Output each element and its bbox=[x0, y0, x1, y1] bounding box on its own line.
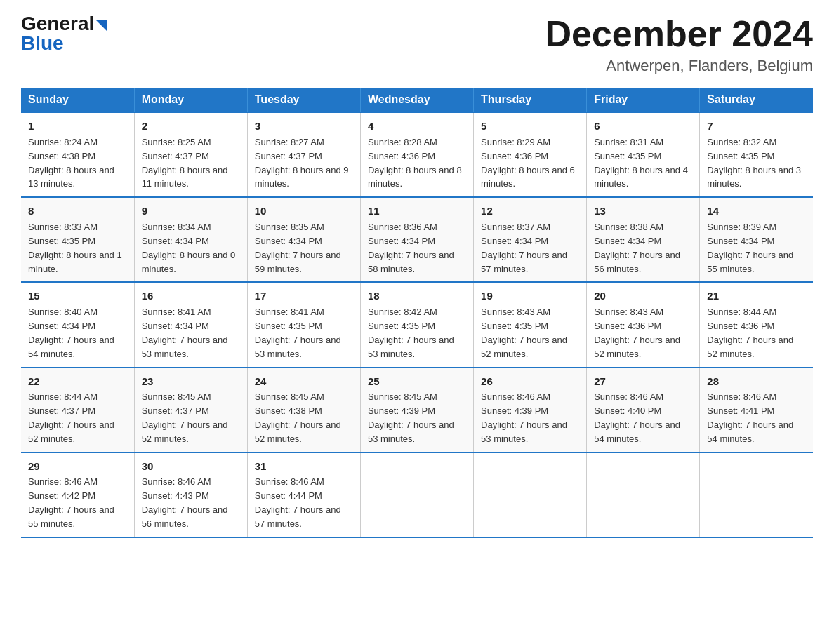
day-info: Sunrise: 8:34 AMSunset: 4:34 PMDaylight:… bbox=[142, 222, 236, 274]
day-info: Sunrise: 8:39 AMSunset: 4:34 PMDaylight:… bbox=[707, 222, 793, 274]
calendar-cell: 2 Sunrise: 8:25 AMSunset: 4:37 PMDayligh… bbox=[134, 112, 247, 197]
day-number: 23 bbox=[142, 374, 240, 389]
day-number: 17 bbox=[255, 288, 353, 304]
calendar-week-5: 29 Sunrise: 8:46 AMSunset: 4:42 PMDaylig… bbox=[21, 452, 813, 537]
calendar-cell: 14 Sunrise: 8:39 AMSunset: 4:34 PMDaylig… bbox=[700, 197, 813, 282]
day-number: 24 bbox=[255, 374, 353, 389]
day-number: 14 bbox=[707, 203, 806, 219]
col-tuesday: Tuesday bbox=[247, 88, 360, 112]
logo-blue-text: Blue bbox=[21, 34, 64, 53]
day-number: 18 bbox=[368, 288, 466, 304]
day-info: Sunrise: 8:45 AMSunset: 4:39 PMDaylight:… bbox=[368, 391, 454, 444]
day-number: 30 bbox=[142, 459, 240, 474]
day-number: 9 bbox=[142, 203, 240, 219]
day-info: Sunrise: 8:29 AMSunset: 4:36 PMDaylight:… bbox=[481, 137, 575, 189]
day-number: 31 bbox=[255, 459, 353, 474]
col-friday: Friday bbox=[587, 88, 700, 112]
day-number: 15 bbox=[28, 288, 127, 304]
col-saturday: Saturday bbox=[700, 88, 813, 112]
calendar-cell: 8 Sunrise: 8:33 AMSunset: 4:35 PMDayligh… bbox=[21, 197, 134, 282]
day-info: Sunrise: 8:25 AMSunset: 4:37 PMDaylight:… bbox=[142, 137, 228, 189]
logo-arrow-icon bbox=[95, 20, 107, 31]
day-number: 8 bbox=[28, 203, 127, 219]
day-number: 25 bbox=[368, 374, 466, 389]
day-info: Sunrise: 8:46 AMSunset: 4:39 PMDaylight:… bbox=[481, 391, 567, 444]
day-info: Sunrise: 8:31 AMSunset: 4:35 PMDaylight:… bbox=[594, 137, 688, 189]
day-info: Sunrise: 8:44 AMSunset: 4:36 PMDaylight:… bbox=[707, 307, 793, 359]
calendar-cell: 4 Sunrise: 8:28 AMSunset: 4:36 PMDayligh… bbox=[360, 112, 473, 197]
calendar-cell: 27 Sunrise: 8:46 AMSunset: 4:40 PMDaylig… bbox=[587, 368, 700, 452]
calendar-body: 1 Sunrise: 8:24 AMSunset: 4:38 PMDayligh… bbox=[21, 112, 813, 537]
calendar-cell: 12 Sunrise: 8:37 AMSunset: 4:34 PMDaylig… bbox=[474, 197, 587, 282]
day-number: 1 bbox=[28, 119, 127, 134]
calendar-cell: 26 Sunrise: 8:46 AMSunset: 4:39 PMDaylig… bbox=[474, 368, 587, 452]
calendar-cell: 11 Sunrise: 8:36 AMSunset: 4:34 PMDaylig… bbox=[360, 197, 473, 282]
day-number: 13 bbox=[594, 203, 692, 219]
day-info: Sunrise: 8:32 AMSunset: 4:35 PMDaylight:… bbox=[707, 137, 801, 189]
calendar-cell bbox=[587, 452, 700, 537]
calendar-cell bbox=[474, 452, 587, 537]
calendar-week-1: 1 Sunrise: 8:24 AMSunset: 4:38 PMDayligh… bbox=[21, 112, 813, 197]
day-info: Sunrise: 8:27 AMSunset: 4:37 PMDaylight:… bbox=[255, 137, 349, 189]
col-wednesday: Wednesday bbox=[360, 88, 473, 112]
col-thursday: Thursday bbox=[474, 88, 587, 112]
calendar-cell: 17 Sunrise: 8:41 AMSunset: 4:35 PMDaylig… bbox=[247, 282, 360, 367]
calendar-header: Sunday Monday Tuesday Wednesday Thursday… bbox=[21, 88, 813, 112]
day-number: 22 bbox=[28, 374, 127, 389]
calendar-cell bbox=[360, 452, 473, 537]
day-number: 16 bbox=[142, 288, 240, 304]
day-info: Sunrise: 8:45 AMSunset: 4:37 PMDaylight:… bbox=[142, 391, 228, 444]
calendar-cell: 22 Sunrise: 8:44 AMSunset: 4:37 PMDaylig… bbox=[21, 368, 134, 452]
day-number: 5 bbox=[481, 119, 579, 134]
calendar-cell: 15 Sunrise: 8:40 AMSunset: 4:34 PMDaylig… bbox=[21, 282, 134, 367]
day-info: Sunrise: 8:46 AMSunset: 4:43 PMDaylight:… bbox=[142, 476, 228, 529]
day-number: 7 bbox=[707, 119, 806, 134]
calendar-cell: 23 Sunrise: 8:45 AMSunset: 4:37 PMDaylig… bbox=[134, 368, 247, 452]
day-number: 2 bbox=[142, 119, 240, 134]
day-info: Sunrise: 8:41 AMSunset: 4:34 PMDaylight:… bbox=[142, 307, 228, 359]
calendar-cell: 5 Sunrise: 8:29 AMSunset: 4:36 PMDayligh… bbox=[474, 112, 587, 197]
day-number: 3 bbox=[255, 119, 353, 134]
calendar-cell: 20 Sunrise: 8:43 AMSunset: 4:36 PMDaylig… bbox=[587, 282, 700, 367]
day-info: Sunrise: 8:46 AMSunset: 4:44 PMDaylight:… bbox=[255, 476, 341, 529]
calendar-cell: 29 Sunrise: 8:46 AMSunset: 4:42 PMDaylig… bbox=[21, 452, 134, 537]
page-header: General Blue December 2024 Antwerpen, Fl… bbox=[21, 14, 813, 75]
day-number: 10 bbox=[255, 203, 353, 219]
day-number: 29 bbox=[28, 459, 127, 474]
calendar-cell: 9 Sunrise: 8:34 AMSunset: 4:34 PMDayligh… bbox=[134, 197, 247, 282]
day-info: Sunrise: 8:43 AMSunset: 4:36 PMDaylight:… bbox=[594, 307, 680, 359]
day-number: 19 bbox=[481, 288, 579, 304]
calendar-cell: 31 Sunrise: 8:46 AMSunset: 4:44 PMDaylig… bbox=[247, 452, 360, 537]
calendar-cell: 3 Sunrise: 8:27 AMSunset: 4:37 PMDayligh… bbox=[247, 112, 360, 197]
day-number: 28 bbox=[707, 374, 806, 389]
day-info: Sunrise: 8:45 AMSunset: 4:38 PMDaylight:… bbox=[255, 391, 341, 444]
day-info: Sunrise: 8:43 AMSunset: 4:35 PMDaylight:… bbox=[481, 307, 567, 359]
day-info: Sunrise: 8:35 AMSunset: 4:34 PMDaylight:… bbox=[255, 222, 341, 274]
calendar-cell: 19 Sunrise: 8:43 AMSunset: 4:35 PMDaylig… bbox=[474, 282, 587, 367]
calendar-cell: 13 Sunrise: 8:38 AMSunset: 4:34 PMDaylig… bbox=[587, 197, 700, 282]
calendar-table: Sunday Monday Tuesday Wednesday Thursday… bbox=[21, 88, 813, 538]
day-info: Sunrise: 8:28 AMSunset: 4:36 PMDaylight:… bbox=[368, 137, 462, 189]
day-number: 27 bbox=[594, 374, 692, 389]
day-number: 20 bbox=[594, 288, 692, 304]
col-sunday: Sunday bbox=[21, 88, 134, 112]
calendar-week-3: 15 Sunrise: 8:40 AMSunset: 4:34 PMDaylig… bbox=[21, 282, 813, 367]
day-number: 12 bbox=[481, 203, 579, 219]
calendar-cell: 16 Sunrise: 8:41 AMSunset: 4:34 PMDaylig… bbox=[134, 282, 247, 367]
day-number: 4 bbox=[368, 119, 466, 134]
day-info: Sunrise: 8:46 AMSunset: 4:40 PMDaylight:… bbox=[594, 391, 680, 444]
day-number: 11 bbox=[368, 203, 466, 219]
day-info: Sunrise: 8:46 AMSunset: 4:42 PMDaylight:… bbox=[28, 476, 114, 529]
month-title: December 2024 bbox=[545, 14, 813, 54]
calendar-cell: 30 Sunrise: 8:46 AMSunset: 4:43 PMDaylig… bbox=[134, 452, 247, 537]
day-info: Sunrise: 8:44 AMSunset: 4:37 PMDaylight:… bbox=[28, 391, 114, 444]
calendar-week-2: 8 Sunrise: 8:33 AMSunset: 4:35 PMDayligh… bbox=[21, 197, 813, 282]
day-info: Sunrise: 8:40 AMSunset: 4:34 PMDaylight:… bbox=[28, 307, 114, 359]
calendar-cell: 10 Sunrise: 8:35 AMSunset: 4:34 PMDaylig… bbox=[247, 197, 360, 282]
day-info: Sunrise: 8:41 AMSunset: 4:35 PMDaylight:… bbox=[255, 307, 341, 359]
calendar-cell: 6 Sunrise: 8:31 AMSunset: 4:35 PMDayligh… bbox=[587, 112, 700, 197]
day-info: Sunrise: 8:24 AMSunset: 4:38 PMDaylight:… bbox=[28, 137, 114, 189]
day-info: Sunrise: 8:36 AMSunset: 4:34 PMDaylight:… bbox=[368, 222, 454, 274]
day-info: Sunrise: 8:38 AMSunset: 4:34 PMDaylight:… bbox=[594, 222, 680, 274]
location-text: Antwerpen, Flanders, Belgium bbox=[545, 57, 813, 75]
